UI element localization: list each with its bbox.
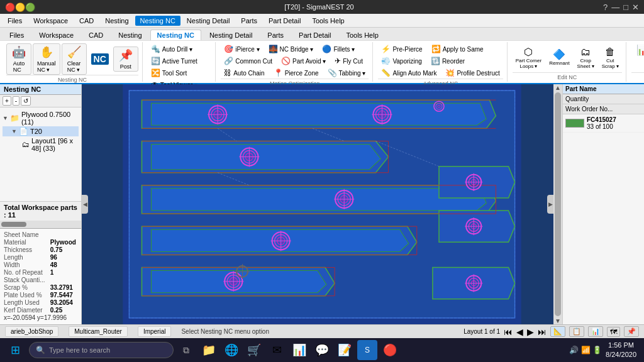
status-right: Layout 1 of 1 ⏮ ◀ ▶ ⏭ 📐 📋 📊 🗺 📌 [464, 326, 639, 337]
menu-item-nesting[interactable]: Nesting [100, 16, 133, 26]
status-tab-imperial[interactable]: Imperial [138, 326, 172, 337]
ribbon-content: 🤖 AutoNC ✋ ManualNC ▾ 🧹 ClearNC ▾ NC 📌 P… [0, 40, 644, 83]
tree-collapse-btn[interactable]: - [13, 96, 19, 106]
verify-icon-1[interactable]: 📊 [631, 43, 644, 57]
part-corner-loops-button[interactable]: ⬡ Part CornerLoops ▾ [513, 45, 545, 71]
scroll-down-arrow[interactable]: ▼ [555, 317, 561, 324]
layout-view-btn-3[interactable]: 📊 [588, 326, 603, 337]
tabbing-button[interactable]: 📎 Tabbing ▾ [325, 67, 369, 79]
ribbon-tab-files[interactable]: Files [3, 30, 31, 40]
nc-icon-badge: NC [88, 52, 112, 67]
ribbon-tab-tools-help[interactable]: Tools Help [339, 30, 385, 40]
apply-to-same-button[interactable]: 🔁 Apply to Same [428, 43, 487, 55]
taskbar-app2[interactable]: 🔴 [380, 340, 400, 360]
layout-view-btn-4[interactable]: 🗺 [607, 327, 620, 337]
tree-item-plywood[interactable]: ▼ 📁 Plywood 0.7500 (11) [3, 110, 79, 126]
status-tab-arieb[interactable]: arieb_JobShop [5, 326, 58, 337]
left-expand-handle[interactable]: ◀ [82, 195, 88, 214]
profile-destruct-button[interactable]: 💥 Profile Destruct [442, 67, 502, 79]
tree-item-layout1[interactable]: 🗂 Layout1 [96 x 48] (33) [3, 136, 79, 153]
ipierce-button[interactable]: 🎯 iPierce ▾ [221, 43, 262, 55]
taskbar-mail[interactable]: ✉ [267, 340, 287, 360]
sheet-name-value [50, 231, 77, 238]
ribbon-tab-nesting-nc[interactable]: Nesting NC [150, 30, 201, 40]
ribbon-tab-part-detail[interactable]: Part Detail [292, 30, 338, 40]
layout-view-btn-5[interactable]: 📌 [624, 326, 639, 337]
ribbon-tab-nesting-detail[interactable]: Nesting Detail [203, 30, 259, 40]
menu-item-cad[interactable]: CAD [74, 16, 99, 26]
auto-nc-button[interactable]: 🤖 AutoNC [6, 43, 31, 75]
taskbar-excel[interactable]: 📊 [289, 340, 309, 360]
manual-nc-button[interactable]: ✋ ManualNC ▾ [33, 43, 60, 75]
menu-item-tools-help[interactable]: Tools Help [307, 16, 349, 26]
part-row[interactable]: FC415027 33 of 100 [563, 114, 644, 133]
layout-nav-btn-1[interactable]: ⏮ [504, 327, 513, 337]
layout-nav-btn-4[interactable]: ⏭ [538, 327, 547, 337]
tool-sort-button[interactable]: 🔀 Tool Sort [148, 67, 190, 79]
post-button[interactable]: 📌 Post [113, 47, 138, 72]
right-expand-handle[interactable]: ▶ [547, 195, 553, 214]
vaporizing-button[interactable]: 💨 Vaporizing [378, 55, 425, 67]
menu-item-nesting-detail[interactable]: Nesting Detail [182, 16, 235, 26]
stack-quantity-label: Stack Quanti... [4, 277, 47, 283]
pierce-zone-button[interactable]: 📍 Pierce Zone [270, 67, 322, 79]
fly-cut-button[interactable]: ✈ Fly Cut [331, 55, 366, 67]
reorder-button[interactable]: 🔃 Reorder [428, 55, 468, 67]
ribbon-tab-workspace[interactable]: Workspace [32, 30, 80, 40]
pre-pierce-button[interactable]: ⚡ Pre-Pierce [378, 43, 425, 55]
minimize-button[interactable]: — [611, 3, 619, 12]
layout-view-btn-1[interactable]: 📐 [550, 326, 565, 337]
taskbar-store[interactable]: 🛒 [244, 340, 264, 360]
align-auto-mark-button[interactable]: 📏 Align Auto Mark [378, 67, 440, 79]
clear-nc-button[interactable]: 🧹 ClearNC ▾ [62, 43, 87, 75]
scrollbar-horizontal[interactable] [0, 221, 81, 228]
auto-drill-button[interactable]: 🔩 Auto Drill ▾ [148, 43, 196, 55]
taskbar-time: 1:56 PM 8/24/2020 [606, 341, 636, 360]
layout-view-btn-2[interactable]: 📋 [569, 326, 584, 337]
close-button[interactable]: ✕ [632, 3, 639, 12]
menu-bar: FilesWorkspaceCADNestingNesting NCNestin… [0, 14, 644, 28]
menu-item-files[interactable]: Files [3, 16, 27, 26]
canvas-scrollbar-right[interactable]: ▲ ▼ [553, 84, 562, 324]
width-label: Width [4, 261, 47, 268]
tree-item-t20[interactable]: ▼ 📄 T20 [3, 126, 79, 136]
scroll-up-arrow[interactable]: ▲ [555, 84, 561, 91]
search-placeholder: Type here to search [49, 346, 110, 354]
scroll-thumb[interactable] [555, 92, 561, 316]
maximize-button[interactable]: □ [623, 3, 628, 12]
ribbon-tab-nesting[interactable]: Nesting [111, 30, 148, 40]
nc-bridge-button[interactable]: 🌉 NC Bridge ▾ [265, 43, 317, 55]
title-bar: 🔴🟡🟢 [T20] - SigmaNEST 20 ? — □ ✕ [0, 0, 644, 14]
ribbon: FilesWorkspaceCADNestingNesting NCNestin… [0, 28, 644, 84]
tree-refresh-btn[interactable]: ↺ [21, 96, 31, 106]
menu-item-workspace[interactable]: Workspace [28, 16, 73, 26]
auto-chain-motion-button[interactable]: ⛓ Auto Chain [221, 67, 267, 79]
part-avoid-button[interactable]: 🚫 Part Avoid ▾ [278, 55, 329, 67]
cut-scrap-button[interactable]: 🗑 CutScrap ▾ [599, 45, 622, 71]
help-icon[interactable]: ? [603, 3, 608, 12]
taskbar-task-view[interactable]: ⧉ [176, 340, 196, 360]
ribbon-tab-parts[interactable]: Parts [260, 30, 291, 40]
layout-nav-btn-3[interactable]: ▶ [527, 327, 534, 337]
ribbon-tab-cad[interactable]: CAD [82, 30, 110, 40]
taskbar-edge[interactable]: 🌐 [221, 340, 242, 360]
taskbar-sigmabest[interactable]: S [357, 340, 377, 360]
taskbar-teams[interactable]: 💬 [312, 340, 332, 360]
start-button[interactable]: ⊞ [4, 339, 26, 361]
fillets-button[interactable]: 🔵 Fillets ▾ [319, 43, 358, 55]
taskbar-word[interactable]: 📝 [335, 340, 355, 360]
remnant-button[interactable]: 🔷 Remnant [546, 48, 572, 68]
canvas-area[interactable]: ▲ ▼ ◀ ▶ [82, 84, 562, 324]
layout-nav-btn-2[interactable]: ◀ [516, 327, 523, 337]
menu-item-part-detail[interactable]: Part Detail [264, 16, 306, 26]
tree-expand-btn[interactable]: + [3, 96, 11, 106]
menu-item-parts[interactable]: Parts [236, 16, 262, 26]
taskbar-explorer[interactable]: 📁 [199, 340, 219, 360]
left-panel-header: Nesting NC [0, 84, 81, 95]
status-tab-multicam[interactable]: Multicam_Router [69, 326, 128, 337]
menu-item-nesting-nc[interactable]: Nesting NC [135, 16, 180, 26]
common-cut-button[interactable]: 🔗 Common Cut [221, 55, 275, 67]
search-box[interactable]: 🔍 Type here to search [29, 342, 174, 358]
active-turret-button[interactable]: 🔄 Active Turret [148, 55, 201, 67]
crop-sheet-button[interactable]: 🗂 CropSheet ▾ [574, 45, 597, 71]
